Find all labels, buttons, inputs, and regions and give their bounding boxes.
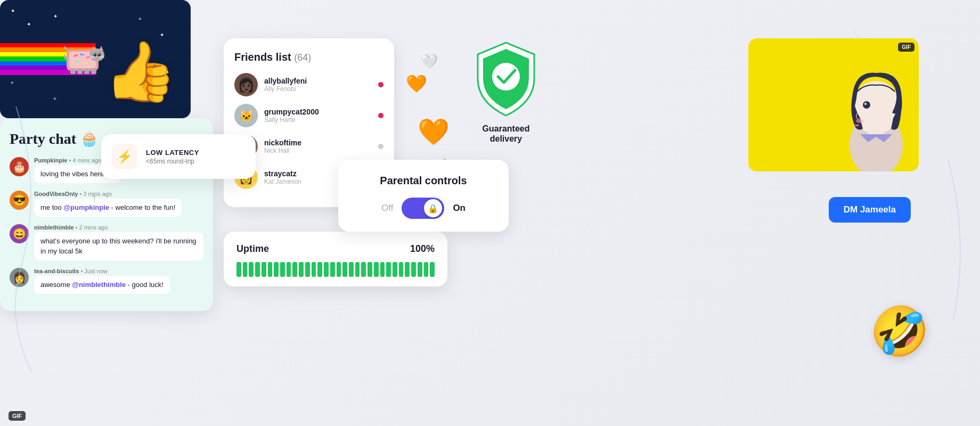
uptime-bar-20: [361, 262, 366, 277]
uptime-bar-2: [249, 262, 254, 277]
friend-info-grumpy: grumpycat2000 Sally Harte: [264, 108, 383, 124]
svg-point-5: [856, 119, 864, 123]
friend-online-dot-grumpy: [378, 113, 383, 118]
shield-title: Guaranteed delivery: [458, 124, 554, 144]
toggle-knob: 🔒: [424, 199, 442, 217]
friends-list-title: Friends list (64): [234, 51, 383, 63]
svg-point-25: [96, 56, 98, 58]
uptime-bar-0: [236, 262, 241, 277]
gif-top-right-card: GIF: [748, 38, 919, 171]
uptime-bar-22: [374, 262, 379, 277]
lightning-icon: ⚡: [112, 144, 137, 169]
star-9: +: [138, 16, 142, 22]
latency-card: ⚡ LOW LATENCY <65ms round-trip: [101, 134, 256, 179]
star-2: ✦: [27, 21, 31, 27]
latency-title: LOW LATENCY: [146, 149, 199, 157]
uptime-bar-21: [368, 262, 372, 277]
uptime-card: Uptime 100%: [224, 232, 447, 286]
chat-avatar-pumpkinpie: 🎂: [10, 157, 29, 176]
uptime-bar-30: [424, 262, 429, 277]
heart-emoji-1: 🤍: [421, 53, 438, 70]
gif-badge-top-right: GIF: [898, 43, 914, 52]
chat-message-nimblethimble: 😄 nimblethimble • 2 mins ago what's ever…: [10, 224, 203, 260]
svg-point-23: [97, 53, 101, 56]
parental-controls-card: Parental controls Off 🔒 On: [338, 160, 509, 232]
svg-point-4: [864, 103, 867, 105]
uptime-header: Uptime 100%: [236, 243, 435, 255]
uptime-bar-19: [355, 262, 360, 277]
uptime-bar-1: [243, 262, 248, 277]
svg-point-22: [94, 54, 95, 55]
star-3: ✦: [53, 13, 58, 19]
chat-body-goodvibes: GoodVibesOnly • 3 mins ago me too @pumpk…: [34, 191, 182, 217]
uptime-bar-15: [330, 262, 335, 277]
svg-rect-33: [91, 69, 96, 74]
friend-info-ally: allyballyfeni Ally Fenobi: [264, 77, 383, 93]
uptime-bar-27: [405, 262, 410, 277]
parental-toggle[interactable]: 🔒: [402, 198, 444, 219]
uptime-bar-7: [280, 262, 285, 277]
uptime-bar-3: [255, 262, 260, 277]
uptime-bar-24: [386, 262, 391, 277]
svg-point-3: [863, 101, 870, 109]
friend-avatar-ally: 👩🏿: [234, 73, 258, 96]
nyan-cat-body: [64, 43, 107, 75]
uptime-bar-12: [312, 262, 316, 277]
uptime-bar-25: [393, 262, 397, 277]
anime-girl-illustration: [748, 38, 919, 171]
heart-emoji-2: 🧡: [406, 73, 427, 94]
friend-item-allyballyfeni[interactable]: 👩🏿 allyballyfeni Ally Fenobi: [234, 73, 383, 96]
parental-controls-title: Parental controls: [353, 175, 494, 187]
uptime-bar-4: [262, 262, 266, 277]
friend-offline-dot-nick: [378, 144, 383, 149]
uptime-bar-13: [317, 262, 322, 277]
star-1: ✦: [11, 8, 15, 14]
friends-title-text: Friends list: [234, 51, 291, 63]
thumbs-up-emoji: 👍: [104, 37, 177, 106]
latency-info: LOW LATENCY <65ms round-trip: [146, 149, 199, 165]
rofl-emoji: 🤣: [870, 304, 929, 359]
svg-text:🐱: 🐱: [239, 109, 254, 123]
heart-emoji-3: 🧡: [418, 117, 450, 147]
uptime-bar-9: [292, 262, 297, 277]
svg-rect-30: [70, 69, 76, 74]
uptime-bar-17: [342, 262, 347, 277]
svg-point-8: [492, 63, 520, 91]
friend-online-dot-ally: [378, 82, 383, 87]
uptime-bar-29: [418, 262, 422, 277]
friend-avatar-grumpy: 🐱: [234, 104, 258, 127]
friend-item-grumpycat2000[interactable]: 🐱 grumpycat2000 Sally Harte: [234, 104, 383, 127]
chat-avatar-tea: 👩: [10, 268, 29, 287]
uptime-bar-6: [274, 262, 279, 277]
chat-body-nimble: nimblethimble • 2 mins ago what's everyo…: [34, 224, 203, 260]
dm-jameela-button[interactable]: DM Jameela: [829, 197, 911, 223]
uptime-bar-23: [380, 262, 385, 277]
star-11: +: [53, 96, 56, 102]
toggle-row: Off 🔒 On: [353, 198, 494, 219]
toggle-on-label: On: [453, 203, 466, 214]
svg-point-24: [98, 54, 99, 55]
svg-rect-32: [84, 69, 89, 74]
chat-body-tea: tea-and-biscuits • Just now awesome @nim…: [34, 268, 170, 294]
uptime-percentage: 100%: [410, 243, 435, 255]
friend-info-nick: nickoftime Nick Hall: [264, 138, 383, 154]
svg-point-21: [93, 53, 96, 56]
uptime-title: Uptime: [236, 243, 269, 255]
toggle-off-label: Off: [381, 203, 393, 214]
shield-svg: [471, 38, 541, 118]
uptime-bar-14: [324, 262, 329, 277]
friends-count: (64): [294, 52, 311, 63]
chat-message-teabiscuits: 👩 tea-and-biscuits • Just now awesome @n…: [10, 268, 203, 294]
uptime-bar-16: [337, 262, 341, 277]
uptime-bars: [236, 262, 435, 277]
uptime-bar-31: [430, 262, 435, 277]
friend-item-nickoftime[interactable]: 👨 nickoftime Nick Hall: [234, 135, 383, 158]
chat-avatar-goodvibes: 😎: [10, 191, 29, 210]
uptime-bar-5: [268, 262, 273, 277]
uptime-bar-18: [349, 262, 354, 277]
svg-rect-31: [77, 69, 83, 74]
uptime-bar-28: [411, 262, 416, 277]
guaranteed-delivery-shield: Guaranteed delivery: [458, 38, 554, 144]
latency-subtitle: <65ms round-trip: [146, 158, 199, 165]
uptime-bar-11: [305, 262, 310, 277]
